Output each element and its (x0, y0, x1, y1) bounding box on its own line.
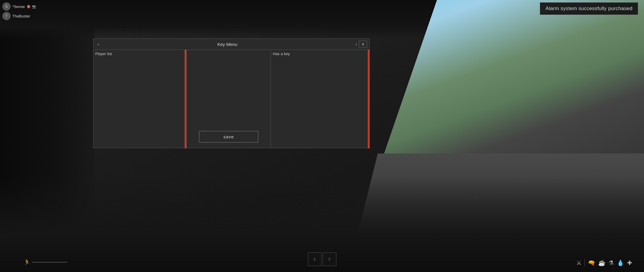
water-icon: 💧 (617, 259, 624, 266)
stamina-bar (32, 262, 67, 263)
player-list-column: Player list (93, 50, 187, 148)
flask-icon: ⚗ (609, 259, 614, 266)
hud-divider-1 (585, 259, 585, 267)
dialog-close-button[interactable]: X (359, 41, 367, 48)
hud-slot-1-label: 1 (314, 257, 316, 261)
player-list-header: Player list (95, 52, 185, 56)
hud-slot-1[interactable]: 1 (308, 252, 322, 266)
hud-slot-2-label: 2 (328, 257, 330, 261)
notification-toast: Alarm system successfully purchased (540, 2, 638, 15)
mute-icon: 🔇 (27, 5, 31, 9)
dialog-next-button[interactable]: › (354, 41, 359, 47)
player-name-thebuster: TheBuster (12, 14, 30, 18)
has-key-scrollbar[interactable] (368, 50, 369, 148)
player-icons-sense: 🔇 📷 (27, 5, 36, 9)
weapon-icon: ⚔ (576, 259, 582, 266)
gun-icon: 🔫 (588, 259, 595, 266)
left-hud: 🏃 (24, 259, 67, 265)
save-button[interactable]: save (199, 131, 258, 143)
cup-icon: ☕ (598, 259, 606, 266)
camera-icon: 📷 (32, 5, 36, 9)
notification-text: Alarm system successfully purchased (545, 6, 632, 11)
right-hud: ⚔ 🔫 ☕ ⚗ 💧 ✚ (576, 259, 632, 267)
dialog-title: Key Menu (101, 42, 354, 47)
middle-column: save (187, 50, 271, 148)
dialog-prev-button[interactable]: ‹ (96, 41, 101, 47)
run-icon: 🏃 (24, 259, 30, 265)
player-list-scrollbar[interactable] (185, 50, 186, 148)
avatar-sense: S (2, 2, 11, 11)
hud-slot-2[interactable]: 2 (323, 252, 336, 266)
avatar-thebuster: T (2, 12, 11, 20)
player-row-2: T TheBuster (2, 12, 36, 20)
has-key-header: Has a key (273, 52, 368, 56)
hud-slots: 1 2 (308, 252, 336, 266)
player-info-panel: S *Sense 🔇 📷 T TheBuster (2, 2, 36, 20)
player-name-sense: *Sense (12, 4, 25, 9)
key-menu-dialog: ‹ Key Menu › X Player list save Has a ke… (93, 39, 370, 148)
dialog-body: Player list save Has a key (93, 50, 369, 148)
player-row-1: S *Sense 🔇 📷 (2, 2, 36, 11)
has-key-column: Has a key (271, 50, 369, 148)
dialog-header: ‹ Key Menu › X (93, 39, 369, 50)
health-icon: ✚ (627, 259, 632, 266)
